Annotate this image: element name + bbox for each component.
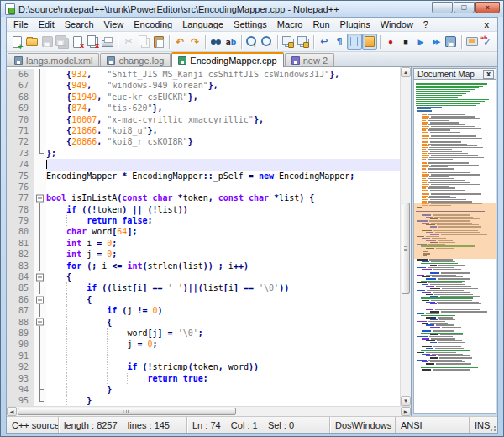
spell-check-button[interactable] [480,34,495,50]
show-all-characters-button[interactable] [332,34,347,50]
menu-item-[interactable]: ? [418,18,433,30]
menu-item-view[interactable]: View [99,18,129,30]
editor-line[interactable]: 90j = 0; [7,339,400,350]
line-number[interactable]: 81 [7,238,34,249]
code-line[interactable]: {932, "Shift_JIS MS_Kanji csShiftJIS csW… [46,69,400,80]
document-map-close-button[interactable]: x [483,70,494,79]
editor-line[interactable]: 83for (; i <= int(strlen(list)) ; i++) [7,261,400,271]
line-number[interactable]: 73 [7,148,34,159]
code-line[interactable]: EncodingMapper * EncodingMapper::_pSelf … [46,171,400,182]
new-file-button[interactable] [9,34,24,50]
code-line[interactable] [46,159,400,170]
menu-item-language[interactable]: Language [177,18,228,30]
editor-line[interactable]: 87if (j != 0) [7,305,400,316]
editor-line[interactable]: 81int i = 0; [7,238,400,249]
menubar-close-document-button[interactable]: x [477,20,496,29]
copy-button[interactable] [136,34,151,50]
editor-line[interactable]: 89word[j] = '\0'; [7,328,400,339]
line-number[interactable]: 90 [7,339,34,350]
editor-line[interactable]: 78if ((!token) || (!list)) [7,204,400,215]
line-number[interactable]: 95 [7,395,34,406]
line-number[interactable]: 72 [7,136,34,147]
line-number[interactable]: 84 [7,271,34,282]
zoom-out-button[interactable] [260,34,275,50]
code-line[interactable]: int i = 0; [46,238,400,249]
scroll-up-arrow[interactable]: ▲ [401,67,411,77]
monitor-button[interactable] [465,34,480,50]
editor-line[interactable]: 68{51949, "euc-kr csEUCKR"}, [7,92,400,103]
open-file-button[interactable] [24,34,39,50]
code-line[interactable]: { [46,317,400,328]
undo-button[interactable] [172,34,187,50]
editor-line[interactable]: 92if (!stricmp(token, word)) [7,361,400,372]
tab-langs-model-xml[interactable]: langs.model.xml [8,53,99,66]
vertical-scrollbar[interactable]: ▲ ▼ [400,67,411,406]
line-number[interactable]: 71 [7,125,34,136]
scroll-left-arrow[interactable]: ◀ [7,407,17,416]
maximize-button[interactable]: ▢ [454,2,475,13]
line-number[interactable]: 70 [7,114,34,125]
code-line[interactable]: } [46,384,400,395]
editor-line[interactable]: 84{ [7,271,400,282]
code-line[interactable]: {874, "tis-620"}, [46,103,400,113]
editor-line[interactable]: 95} [7,395,400,406]
cut-button[interactable] [121,34,136,50]
show-indent-guide-button[interactable] [347,34,362,50]
editor-line[interactable]: 75EncodingMapper * EncodingMapper::_pSel… [7,171,400,182]
code-line[interactable]: if ((!token) || (!list)) [46,204,400,215]
horizontal-scroll-thumb[interactable] [18,408,236,415]
line-number[interactable]: 66 [7,69,34,80]
paste-button[interactable] [151,34,166,50]
line-number[interactable]: 85 [7,282,34,293]
line-number[interactable]: 89 [7,328,34,339]
fold-margin[interactable] [34,317,46,328]
macro-stop-button[interactable] [398,34,413,50]
editor-line[interactable]: 67{949, "windows-949 korean"}, [7,80,400,91]
menu-item-encoding[interactable]: Encoding [129,18,177,30]
redo-button[interactable] [187,34,202,50]
word-wrap-button[interactable] [317,34,332,50]
line-number[interactable]: 87 [7,305,34,316]
line-number[interactable]: 83 [7,261,34,271]
code-line[interactable]: {949, "windows-949 korean"}, [46,80,400,91]
scroll-down-arrow[interactable]: ▼ [401,396,411,406]
editor-line[interactable]: 80char word[64]; [7,226,400,237]
editor-line[interactable]: 70{10007, "x-mac-cyrillic xmaccyrillic"}… [7,114,400,125]
editor-line[interactable]: 76 [7,182,400,192]
sync-horizontal-button[interactable] [296,34,311,50]
line-number[interactable]: 79 [7,215,34,226]
macro-save-button[interactable] [444,34,459,50]
fold-margin[interactable] [34,192,46,203]
menu-item-file[interactable]: File [8,18,34,30]
line-number[interactable]: 75 [7,171,34,182]
line-number[interactable]: 92 [7,361,34,372]
line-number[interactable]: 93 [7,373,34,384]
scroll-right-arrow[interactable]: ▶ [401,407,411,416]
editor-line[interactable]: 77bool isInListA(const char *token, cons… [7,192,400,203]
line-number[interactable]: 80 [7,226,34,237]
editor-line[interactable]: 82int j = 0; [7,249,400,260]
editor-line[interactable]: 66{932, "Shift_JIS MS_Kanji csShiftJIS c… [7,69,400,80]
editor-line[interactable]: 85if ((list[i] == ' ')||(list[i] == '\0'… [7,282,400,293]
editor-line[interactable]: 71{21866, "koi8_u"}, [7,125,400,136]
code-line[interactable]: { [46,271,400,282]
zoom-in-button[interactable] [244,34,260,50]
line-number[interactable]: 76 [7,182,34,192]
code-line[interactable]: int j = 0; [46,249,400,260]
editor-line[interactable]: 69{874, "tis-620"}, [7,103,400,113]
macro-record-button[interactable] [383,34,398,50]
editor-line[interactable]: 91 [7,350,400,361]
resize-grip[interactable] [487,423,496,432]
editor-line[interactable]: 88{ [7,317,400,328]
document-map-viewport[interactable] [414,203,496,259]
tab-new-2[interactable]: new 2 [285,53,334,66]
save-all-button[interactable] [55,34,70,50]
line-number[interactable]: 94 [7,384,34,395]
code-line[interactable]: {20866, "koi8_r csKOI8R"} [46,136,400,147]
menu-item-run[interactable]: Run [307,18,334,30]
menu-item-plugins[interactable]: Plugins [335,18,375,30]
tab-change-log[interactable]: change.log [100,53,171,66]
document-map-body[interactable] [413,80,496,414]
save-file-button[interactable] [39,34,55,50]
editor-line[interactable]: 93return true; [7,373,400,384]
